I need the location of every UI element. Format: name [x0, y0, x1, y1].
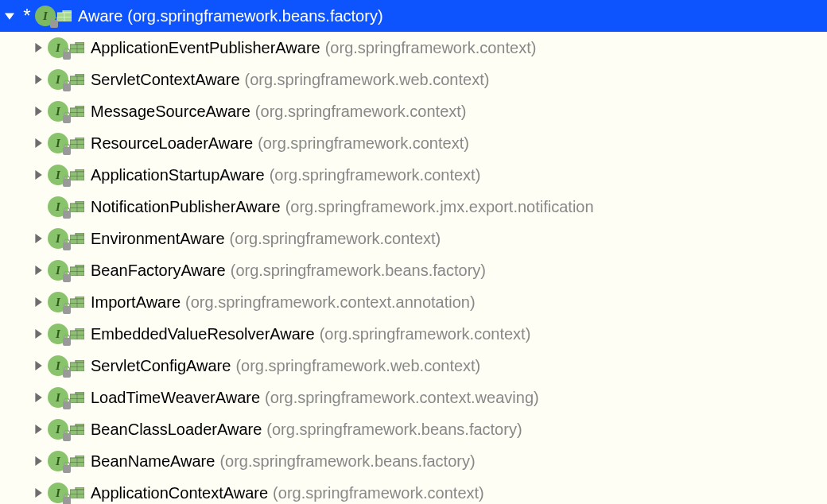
expand-arrow-right-icon[interactable]: [29, 43, 48, 52]
svg-rect-40: [76, 328, 84, 331]
class-name: Aware: [78, 7, 122, 25]
package-icon: [57, 10, 72, 21]
tree-item[interactable]: IEmbeddedValueResolverAware (org.springf…: [0, 318, 827, 350]
package-icon: [70, 138, 84, 149]
package-name: (org.springframework.context.weaving): [265, 389, 539, 407]
package-icon: [70, 106, 84, 117]
class-name: ServletConfigAware: [91, 357, 231, 375]
class-name: ApplicationContextAware: [91, 484, 268, 502]
tree-item[interactable]: IResourceLoaderAware (org.springframewor…: [0, 127, 827, 159]
package-name: (org.springframework.web.context): [235, 357, 480, 375]
expand-arrow-right-icon[interactable]: [29, 329, 48, 339]
svg-rect-8: [76, 74, 84, 76]
svg-rect-56: [76, 456, 84, 458]
class-name: ImportAware: [91, 293, 181, 312]
package-name: (org.springframework.beans.factory): [127, 7, 382, 25]
package-icon: [70, 424, 84, 435]
expand-arrow-right-icon[interactable]: [29, 361, 48, 370]
package-name: (org.springframework.beans.factory): [219, 452, 475, 471]
expand-arrow-right-icon[interactable]: [29, 75, 48, 84]
interface-icon: I: [48, 69, 68, 90]
class-name: BeanNameAware: [91, 452, 215, 471]
svg-rect-24: [76, 201, 84, 204]
tree-root-row[interactable]: *IAware (org.springframework.beans.facto…: [0, 0, 827, 32]
package-icon: [70, 233, 84, 244]
tree-item[interactable]: IBeanNameAware (org.springframework.bean…: [0, 445, 827, 477]
package-name: (org.springframework.context): [255, 103, 467, 121]
svg-rect-0: [63, 10, 72, 13]
class-name: NotificationPublisherAware: [91, 198, 281, 216]
interface-icon: I: [48, 133, 68, 153]
class-name: LoadTimeWeaverAware: [91, 389, 260, 407]
svg-rect-20: [76, 169, 84, 172]
class-name: MessageSourceAware: [91, 103, 250, 121]
expand-arrow-right-icon[interactable]: [29, 266, 48, 275]
package-icon: [70, 360, 84, 371]
expand-arrow-right-icon[interactable]: [29, 297, 48, 307]
package-icon: [70, 74, 84, 85]
interface-icon: I: [48, 292, 68, 312]
svg-rect-60: [76, 487, 84, 490]
interface-icon: I: [48, 196, 68, 217]
interface-icon: I: [48, 324, 68, 344]
interface-icon: I: [48, 101, 68, 122]
package-name: (org.springframework.context): [273, 484, 484, 502]
expand-arrow-right-icon[interactable]: [29, 138, 48, 148]
tree-item[interactable]: IServletConfigAware (org.springframework…: [0, 350, 827, 382]
expand-arrow-right-icon[interactable]: [29, 456, 48, 466]
class-name: BeanFactoryAware: [91, 262, 226, 280]
package-icon: [70, 456, 84, 467]
package-name: (org.springframework.context): [230, 230, 441, 248]
expand-arrow-right-icon[interactable]: [29, 393, 48, 402]
package-icon: [70, 265, 84, 276]
class-name: ApplicationEventPublisherAware: [91, 39, 320, 57]
expand-arrow-right-icon[interactable]: [29, 425, 48, 434]
tree-item[interactable]: IMessageSourceAware (org.springframework…: [0, 95, 827, 127]
package-name: (org.springframework.web.context): [245, 71, 490, 89]
interface-icon: I: [48, 228, 68, 249]
tree-item[interactable]: IBeanFactoryAware (org.springframework.b…: [0, 254, 827, 286]
tree-item[interactable]: IApplicationEventPublisherAware (org.spr…: [0, 32, 827, 64]
interface-icon: I: [48, 451, 68, 471]
interface-icon: I: [48, 387, 68, 408]
tree-item[interactable]: IApplicationStartupAware (org.springfram…: [0, 159, 827, 191]
tree-item[interactable]: INotificationPublisherAware (org.springf…: [0, 191, 827, 223]
class-name: BeanClassLoaderAware: [91, 421, 262, 439]
expand-arrow-down-icon[interactable]: [0, 11, 19, 21]
tree-item[interactable]: IEnvironmentAware (org.springframework.c…: [0, 223, 827, 254]
svg-rect-16: [76, 138, 84, 140]
interface-icon: I: [48, 165, 68, 185]
svg-rect-52: [76, 424, 84, 426]
expand-arrow-right-icon[interactable]: [29, 170, 48, 180]
svg-rect-36: [76, 297, 84, 299]
package-name: (org.springframework.context): [320, 325, 531, 343]
package-name: (org.springframework.context.annotation): [185, 293, 476, 312]
class-name: ApplicationStartupAware: [91, 166, 265, 184]
expand-arrow-right-icon[interactable]: [29, 488, 48, 498]
tree-item[interactable]: ILoadTimeWeaverAware (org.springframewor…: [0, 382, 827, 413]
package-name: (org.springframework.beans.factory): [266, 421, 522, 439]
interface-icon: I: [48, 355, 68, 376]
class-name: ResourceLoaderAware: [91, 134, 253, 153]
svg-rect-4: [76, 42, 84, 45]
svg-rect-44: [76, 360, 84, 362]
package-icon: [70, 169, 84, 180]
class-name: ServletContextAware: [91, 71, 240, 89]
tree-item[interactable]: IApplicationContextAware (org.springfram…: [0, 477, 827, 504]
package-name: (org.springframework.jmx.export.notifica…: [285, 198, 594, 216]
star-marker: *: [19, 5, 35, 27]
package-name: (org.springframework.context): [325, 39, 537, 57]
expand-arrow-right-icon[interactable]: [29, 234, 48, 243]
tree-item[interactable]: IImportAware (org.springframework.contex…: [0, 286, 827, 318]
svg-rect-12: [76, 106, 84, 108]
package-name: (org.springframework.context): [270, 166, 481, 184]
package-icon: [70, 42, 84, 53]
tree-item[interactable]: IServletContextAware (org.springframewor…: [0, 64, 827, 95]
expand-arrow-right-icon[interactable]: [29, 107, 48, 116]
package-icon: [70, 392, 84, 403]
interface-icon: I: [48, 483, 68, 503]
tree-item[interactable]: IBeanClassLoaderAware (org.springframewo…: [0, 413, 827, 445]
package-icon: [70, 487, 84, 498]
svg-rect-28: [76, 233, 84, 235]
class-name: EnvironmentAware: [91, 230, 225, 248]
